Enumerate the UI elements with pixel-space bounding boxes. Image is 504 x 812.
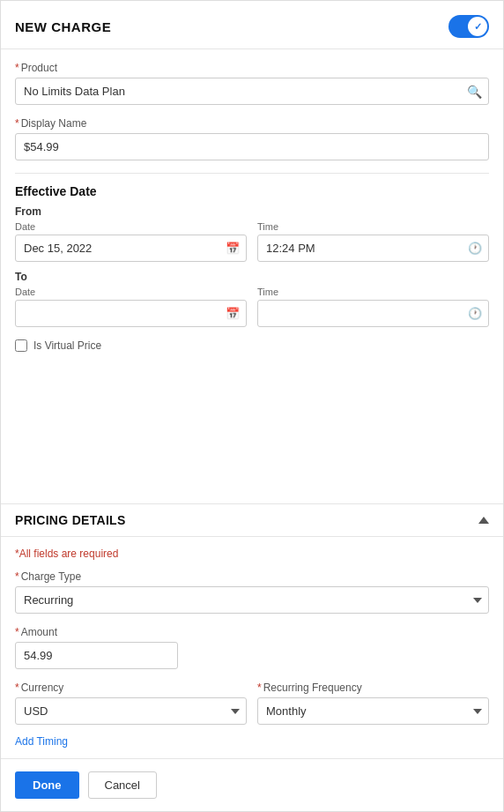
from-date-input[interactable] (15, 235, 247, 262)
currency-select-wrapper: USD EUR GBP (15, 697, 247, 725)
from-group: From Date 📅 Time 🕐 (15, 205, 489, 262)
display-name-input[interactable] (15, 133, 489, 160)
calendar-to-icon: 📅 (226, 307, 240, 320)
toggle-check-icon: ✓ (474, 21, 482, 33)
panel-header: NEW CHARGE ✓ (1, 1, 503, 49)
pricing-details-body: *All fields are required *Charge Type Re… (1, 537, 503, 758)
pricing-details-header[interactable]: PRICING DETAILS (1, 503, 503, 537)
pricing-chevron-up-icon (478, 517, 489, 524)
clock-from-icon: 🕐 (468, 242, 482, 255)
charge-type-label: *Charge Type (15, 570, 489, 583)
calendar-from-icon: 📅 (226, 242, 240, 255)
panel-title: NEW CHARGE (15, 19, 111, 34)
product-group: *Product 🔍 (15, 62, 489, 105)
from-label: From (15, 205, 489, 218)
display-name-label: *Display Name (15, 117, 489, 130)
effective-date-section: Effective Date From Date 📅 Time (15, 184, 489, 327)
virtual-price-label: Is Virtual Price (33, 339, 101, 352)
charge-type-group: *Charge Type Recurring One-Time Usage (15, 570, 489, 614)
from-date-time-row: Date 📅 Time 🕐 (15, 221, 489, 262)
effective-date-title: Effective Date (15, 184, 489, 198)
to-time-label: Time (257, 287, 489, 297)
currency-label: *Currency (15, 682, 247, 694)
from-time-col: Time 🕐 (257, 221, 489, 262)
divider-1 (15, 173, 489, 174)
product-input-wrapper: 🔍 (15, 78, 489, 105)
currency-required-star: * (15, 682, 19, 694)
to-time-col: Time 🕐 (257, 287, 489, 327)
to-time-wrapper: 🕐 (257, 300, 489, 327)
pricing-details-title: PRICING DETAILS (15, 513, 126, 527)
product-label: *Product (15, 62, 489, 74)
new-charge-panel: NEW CHARGE ✓ *Product 🔍 *Display Name (0, 0, 504, 812)
to-label: To (15, 271, 489, 283)
display-name-required-star: * (15, 117, 19, 130)
from-time-input[interactable] (257, 235, 489, 262)
charge-type-required-star: * (15, 570, 19, 583)
freq-col: *Recurring Frequency Daily Weekly Monthl… (257, 682, 489, 725)
from-date-wrapper: 📅 (15, 235, 247, 262)
recurring-freq-label: *Recurring Frequency (257, 682, 489, 694)
product-required-star: * (15, 62, 19, 74)
clock-to-icon: 🕐 (468, 307, 482, 320)
freq-select-wrapper: Daily Weekly Monthly Annually (257, 697, 489, 725)
from-time-wrapper: 🕐 (257, 235, 489, 262)
to-date-col: Date 📅 (15, 287, 247, 327)
to-date-wrapper: 📅 (15, 300, 247, 327)
virtual-price-checkbox[interactable] (15, 339, 27, 352)
virtual-price-row: Is Virtual Price (15, 339, 489, 352)
amount-required-star: * (15, 626, 19, 638)
amount-input[interactable] (15, 642, 178, 669)
from-time-label: Time (257, 221, 489, 232)
required-note: *All fields are required (15, 548, 489, 560)
to-time-input[interactable] (257, 300, 489, 327)
toggle-thumb: ✓ (468, 17, 487, 36)
active-toggle[interactable]: ✓ (448, 15, 489, 38)
amount-group: *Amount (15, 626, 489, 669)
recurring-frequency-select[interactable]: Daily Weekly Monthly Annually (257, 697, 489, 725)
to-date-time-row: Date 📅 Time 🕐 (15, 287, 489, 327)
cancel-button[interactable]: Cancel (88, 771, 157, 799)
add-timing-link[interactable]: Add Timing (15, 735, 68, 748)
form-body: *Product 🔍 *Display Name Effective Date … (1, 49, 503, 503)
product-input[interactable] (15, 78, 489, 105)
charge-type-select-wrapper: Recurring One-Time Usage (15, 586, 489, 614)
to-date-input[interactable] (15, 300, 247, 327)
toggle-track: ✓ (448, 15, 489, 38)
charge-type-select[interactable]: Recurring One-Time Usage (15, 586, 489, 614)
form-footer: Done Cancel (1, 758, 503, 811)
currency-col: *Currency USD EUR GBP (15, 682, 247, 725)
done-button[interactable]: Done (15, 771, 79, 799)
display-name-group: *Display Name (15, 117, 489, 160)
to-date-label: Date (15, 287, 247, 297)
from-date-label: Date (15, 221, 247, 232)
amount-label: *Amount (15, 626, 489, 638)
freq-required-star: * (257, 682, 262, 694)
display-name-input-wrapper (15, 133, 489, 160)
to-group: To Date 📅 Time 🕐 (15, 271, 489, 327)
currency-freq-row: *Currency USD EUR GBP *Recurring Frequen… (15, 682, 489, 725)
from-date-col: Date 📅 (15, 221, 247, 262)
search-icon: 🔍 (467, 85, 482, 99)
currency-select[interactable]: USD EUR GBP (15, 697, 247, 725)
